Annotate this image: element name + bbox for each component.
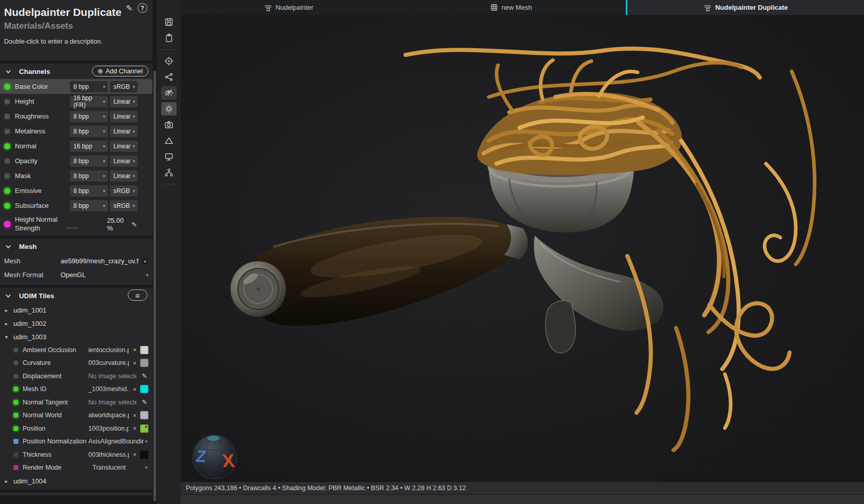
udim-map-row-normal-tangent[interactable]: Normal Tangent No Image selected ✎	[0, 396, 152, 409]
hierarchy-button[interactable]	[161, 166, 177, 179]
bpp-dropdown[interactable]: 16 bpp▾	[70, 141, 108, 152]
udim-header[interactable]: UDIM Tiles ≡	[0, 288, 152, 303]
map-thumbnail[interactable]	[140, 411, 148, 419]
edit-value-icon[interactable]: ✎	[131, 221, 137, 228]
bpp-dropdown[interactable]: 8 bpp▾	[70, 200, 108, 211]
channel-enabled-dot[interactable]	[4, 203, 10, 209]
channel-enabled-dot[interactable]	[4, 158, 10, 164]
colorspace-dropdown[interactable]: Linear▾	[110, 111, 138, 122]
strength-value[interactable]: 25.00 %	[107, 217, 127, 232]
udim-map-row-normal-world[interactable]: Normal World alworldspace.png ×	[0, 409, 152, 422]
map-file-value[interactable]: _1003meshid.png	[88, 385, 129, 393]
channel-row-height[interactable]: Height 16 bpp (FR)▾ Linear▾	[0, 94, 152, 109]
tab-nudelpainter-duplicate[interactable]: Nudelpainter Duplicate	[626, 0, 864, 15]
node-network-button[interactable]	[161, 70, 177, 84]
remove-icon[interactable]: ×	[132, 424, 137, 432]
render-mode-dropdown[interactable]: Translucent	[88, 464, 144, 471]
navigation-gizmo[interactable]: Z X	[193, 435, 237, 479]
channel-enabled-dot[interactable]	[4, 143, 10, 149]
channel-row-roughness[interactable]: Roughness 8 bpp▾ Linear▾	[0, 109, 152, 124]
tab-nudelpainter[interactable]: Nudelpainter	[181, 0, 396, 15]
tree-closed-icon[interactable]: ▸	[5, 307, 13, 313]
remove-icon[interactable]: ×	[132, 451, 137, 458]
wireframe-button[interactable]	[161, 134, 177, 147]
edit-map-icon[interactable]: ✎	[142, 372, 147, 380]
channel-row-opacity[interactable]: Opacity 8 bpp▾ Linear▾	[0, 153, 152, 168]
channel-enabled-dot[interactable]	[4, 173, 10, 179]
save-button[interactable]	[161, 15, 177, 29]
channel-enabled-dot[interactable]	[4, 188, 10, 194]
map-file-value[interactable]: 003thickness.png	[88, 451, 129, 458]
gizmo-x-axis-label[interactable]: X	[221, 450, 236, 471]
panel-scrollbar[interactable]	[152, 0, 157, 504]
udim-map-row-ambient-occlusion[interactable]: Ambient Occlusion ientocclusion.png ×	[0, 343, 152, 357]
light-settings-button[interactable]	[161, 102, 177, 115]
colorspace-dropdown[interactable]: Linear▾	[110, 141, 138, 152]
collapse-chevron-icon[interactable]	[6, 293, 11, 298]
edit-title-icon[interactable]: ✎	[126, 4, 132, 13]
collapse-chevron-icon[interactable]	[6, 243, 11, 248]
colorspace-dropdown[interactable]: Linear▾	[110, 170, 138, 182]
remove-icon[interactable]: ×	[132, 412, 137, 419]
colorspace-dropdown[interactable]: Linear▾	[110, 126, 138, 137]
bpp-dropdown[interactable]: 8 bpp▾	[70, 126, 108, 137]
map-thumbnail[interactable]	[140, 346, 148, 354]
map-thumbnail[interactable]	[140, 424, 148, 433]
bpp-dropdown[interactable]: 8 bpp▾	[70, 156, 108, 167]
add-channel-button[interactable]: ⊕ Add Channel	[92, 66, 148, 76]
scrollbar-thumb[interactable]	[153, 71, 156, 501]
map-thumbnail[interactable]	[140, 451, 148, 459]
strength-slider[interactable]	[66, 228, 79, 228]
bpp-dropdown[interactable]: 8 bpp▾	[70, 81, 108, 92]
remove-icon[interactable]: ×	[132, 346, 137, 354]
colorspace-dropdown[interactable]: sRGB▾	[110, 81, 138, 92]
description-placeholder[interactable]: Double-click to enter a description.	[4, 38, 147, 45]
bpp-dropdown[interactable]: 8 bpp▾	[70, 185, 108, 197]
map-thumbnail[interactable]	[140, 359, 148, 367]
channel-row-subsurface[interactable]: Subsurface 8 bpp▾ sRGB▾	[0, 198, 152, 213]
display-button[interactable]	[161, 150, 177, 163]
map-thumbnail[interactable]	[140, 385, 148, 393]
help-icon[interactable]: ?	[138, 3, 147, 13]
map-file-value[interactable]: 003curvature.png	[88, 359, 129, 366]
udim-map-row-position[interactable]: Position 1003position.png ×	[0, 422, 152, 435]
clipboard-button[interactable]	[161, 31, 177, 45]
viewport-3d[interactable]: Z X	[181, 15, 864, 481]
bpp-dropdown[interactable]: 16 bpp (FR)▾	[70, 96, 108, 107]
udim-map-row-thickness[interactable]: Thickness 003thickness.png ×	[0, 448, 152, 461]
channel-row-mask[interactable]: Mask 8 bpp▾ Linear▾	[0, 168, 152, 183]
focus-button[interactable]	[161, 54, 177, 68]
udim-tile-1003[interactable]: ▾ udim_1003	[0, 330, 152, 343]
udim-tile-1004[interactable]: ▸ udim_1004	[0, 474, 152, 488]
channel-row-base-color[interactable]: Base Color 8 bpp▾ sRGB▾	[0, 79, 152, 94]
mesh-file-button[interactable]: ▴	[142, 258, 148, 264]
mesh-format-dropdown[interactable]: OpenGL	[61, 271, 143, 279]
udim-map-row-position-normalization[interactable]: Position Normalization AxisAlignedBoundi…	[0, 435, 152, 449]
collapse-chevron-icon[interactable]	[6, 68, 11, 73]
tree-open-icon[interactable]: ▾	[5, 334, 13, 340]
channel-row-metalness[interactable]: Metalness 8 bpp▾ Linear▾	[0, 124, 152, 139]
bpp-dropdown[interactable]: 8 bpp▾	[70, 170, 108, 182]
channel-row-normal[interactable]: Normal 16 bpp▾ Linear▾	[0, 139, 152, 153]
mesh-file-value[interactable]: ae59b99/mesh_crazy_uv.fbx	[61, 257, 139, 265]
colorspace-dropdown[interactable]: Linear▾	[110, 156, 138, 167]
channel-row-emissive[interactable]: Emissive 8 bpp▾ sRGB▾	[0, 183, 152, 198]
udim-map-row-curvature[interactable]: Curvature 003curvature.png ×	[0, 357, 152, 370]
visibility-button[interactable]	[161, 86, 177, 100]
normalization-dropdown[interactable]: AxisAlignedBoundingBo	[88, 438, 144, 445]
remove-icon[interactable]: ×	[132, 385, 137, 393]
channel-enabled-dot[interactable]	[4, 128, 10, 134]
tree-closed-icon[interactable]: ▸	[5, 321, 13, 326]
udim-tile-1001[interactable]: ▸ udim_1001	[0, 303, 152, 317]
tree-closed-icon[interactable]: ▸	[5, 478, 13, 484]
camera-button[interactable]	[161, 118, 177, 131]
remove-icon[interactable]: ×	[132, 359, 137, 367]
colorspace-dropdown[interactable]: sRGB▾	[110, 185, 138, 197]
colorspace-dropdown[interactable]: sRGB▾	[110, 200, 138, 211]
mesh-header[interactable]: Mesh	[0, 239, 152, 254]
udim-menu-button[interactable]: ≡	[128, 289, 147, 301]
channel-enabled-dot[interactable]	[4, 99, 10, 105]
tab-new-mesh[interactable]: new Mesh	[396, 0, 626, 15]
channel-enabled-dot[interactable]	[4, 221, 10, 227]
channel-enabled-dot[interactable]	[4, 113, 10, 120]
